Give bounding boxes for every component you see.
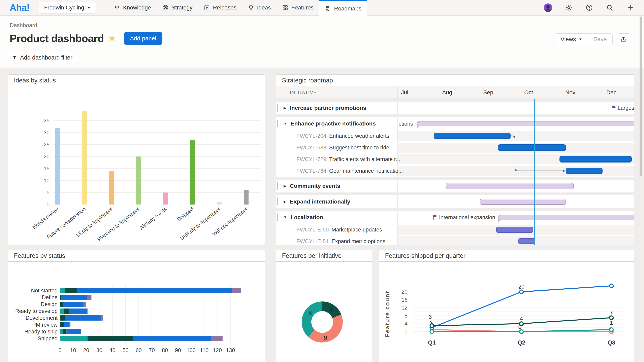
stack-segment[interactable] xyxy=(100,315,103,321)
add-panel-button[interactable]: Add panel xyxy=(124,32,162,45)
gantt-initiative-row[interactable]: ▶Community events xyxy=(284,180,340,192)
gantt-feature-row[interactable]: FWCYL-E-51Expand metric options xyxy=(296,236,386,245)
data-point[interactable] xyxy=(430,330,434,334)
settings-button[interactable] xyxy=(565,3,573,12)
user-avatar[interactable] xyxy=(544,3,552,12)
data-point[interactable] xyxy=(430,324,434,328)
gantt-bar-FWCYL-764[interactable] xyxy=(566,168,602,174)
bar-shipped[interactable] xyxy=(190,140,194,205)
stack-segment[interactable] xyxy=(60,309,64,314)
stack-segment[interactable] xyxy=(211,336,222,341)
stack-segment[interactable] xyxy=(60,288,65,293)
stack-segment[interactable] xyxy=(65,315,100,321)
workspace-switcher[interactable]: Fredwin Cycling xyxy=(39,2,96,13)
stack-segment[interactable] xyxy=(62,295,88,300)
gantt-feature-row[interactable]: FWCYL-729Traffic alerts with alternate r… xyxy=(296,153,400,165)
stack-segment[interactable] xyxy=(60,315,65,321)
bar-will-not-implement[interactable] xyxy=(244,190,248,205)
stack-segment[interactable] xyxy=(232,288,241,293)
stack-segment[interactable] xyxy=(60,329,62,334)
gantt-feature-row[interactable]: FWCYL-638Suggest best time to ride xyxy=(296,142,389,153)
stack-segment[interactable] xyxy=(69,322,71,328)
gantt-initiative-bar[interactable] xyxy=(446,183,574,189)
chart-label: 3 xyxy=(429,314,432,320)
views-button[interactable]: Views xyxy=(555,33,588,45)
milestone-flag-icon[interactable] xyxy=(432,214,438,220)
data-point[interactable] xyxy=(520,290,523,294)
nav-item-knowledge[interactable]: Knowledge xyxy=(108,0,156,15)
save-button[interactable]: Save xyxy=(588,33,612,45)
caret-expanded-icon[interactable]: ▼ xyxy=(284,122,287,126)
gantt-phase-bar[interactable] xyxy=(417,121,634,126)
gantt-feature-row[interactable]: FWCYL-E-50Marketplace updates xyxy=(296,224,382,236)
nav-item-roadmaps[interactable]: Roadmaps xyxy=(319,0,367,16)
stack-segment[interactable] xyxy=(60,302,62,307)
gantt-bar-FWCYL-E-50[interactable] xyxy=(496,227,533,233)
panel-features-per-initiative: Features per initiative 498 xyxy=(276,250,372,362)
create-button[interactable] xyxy=(626,3,634,12)
donut-slice[interactable] xyxy=(302,302,322,337)
gantt-bar-FWCYL-729[interactable] xyxy=(560,156,632,162)
gantt-bar-FWCYL-E-51[interactable] xyxy=(518,238,535,244)
stack-segment[interactable] xyxy=(134,336,211,341)
gantt-month-gridline xyxy=(480,99,480,245)
bar-planning-to-implement[interactable] xyxy=(136,156,141,205)
gantt-feature-row[interactable]: FWCYL-204Enhanced weather alerts xyxy=(296,130,389,142)
data-point[interactable] xyxy=(520,322,523,325)
chart-label: 30 xyxy=(96,347,102,353)
stack-segment[interactable] xyxy=(88,336,134,341)
gear-icon xyxy=(565,4,572,11)
aha-logo[interactable]: Aha! xyxy=(10,2,30,13)
gantt-initiative-row[interactable]: ▼Localization xyxy=(284,211,323,224)
stack-segment[interactable] xyxy=(64,322,69,328)
nav-item-releases[interactable]: Releases xyxy=(198,0,242,15)
stack-segment[interactable] xyxy=(66,329,81,334)
gantt-initiative-row[interactable]: ▼Enhance proactive notifications xyxy=(284,117,376,130)
help-button[interactable] xyxy=(585,3,593,12)
stack-segment[interactable] xyxy=(64,309,69,314)
stack-segment[interactable] xyxy=(62,302,84,307)
add-dashboard-filter-button[interactable]: Add dashboard filter xyxy=(7,52,78,63)
bar-needs-review[interactable] xyxy=(55,128,60,205)
data-point[interactable] xyxy=(610,284,613,288)
gantt-bar-FWCYL-638[interactable] xyxy=(498,144,566,151)
milestone-flag-icon[interactable] xyxy=(611,105,616,111)
data-point[interactable] xyxy=(610,328,613,332)
flag-pennant xyxy=(612,106,616,108)
stack-segment[interactable] xyxy=(60,322,64,328)
nav-item-strategy[interactable]: Strategy xyxy=(156,0,198,15)
nav-item-features[interactable]: Features xyxy=(276,0,319,15)
stack-segment[interactable] xyxy=(69,309,88,314)
caret-expanded-icon[interactable]: ▼ xyxy=(284,215,287,219)
gantt-bar-FWCYL-204[interactable] xyxy=(434,133,510,139)
stack-segment[interactable] xyxy=(65,288,77,293)
bar-future-consideration[interactable] xyxy=(82,111,87,205)
share-button[interactable] xyxy=(617,33,630,45)
caret-collapsed-icon[interactable]: ▶ xyxy=(284,106,286,110)
stack-segment[interactable] xyxy=(60,336,88,341)
gantt-feature-row[interactable]: FWCYL-764Gear maintenance notificatio... xyxy=(296,165,403,177)
favorite-star-icon[interactable]: ★ xyxy=(108,34,116,43)
bar-already-exists[interactable] xyxy=(163,192,168,205)
data-point[interactable] xyxy=(520,330,523,334)
views-save-group: Views Save xyxy=(555,33,612,45)
breadcrumb[interactable]: Dashboard xyxy=(10,22,37,28)
caret-collapsed-icon[interactable]: ▶ xyxy=(284,200,286,204)
gantt-initiative-row[interactable]: ▶Expand internationally xyxy=(284,195,350,208)
gantt-initiative-row[interactable]: ▶Increase partner promotions xyxy=(284,102,366,114)
stack-segment[interactable] xyxy=(60,295,62,300)
caret-collapsed-icon[interactable]: ▶ xyxy=(284,184,286,188)
page-scrollbar-thumb[interactable] xyxy=(640,16,642,176)
stack-segment[interactable] xyxy=(84,302,86,307)
releases-icon xyxy=(204,4,210,11)
stack-segment[interactable] xyxy=(88,295,92,300)
gantt-phase-bar[interactable] xyxy=(498,215,634,220)
stack-segment[interactable] xyxy=(77,288,232,293)
nav-item-ideas[interactable]: Ideas xyxy=(242,0,276,15)
search-button[interactable] xyxy=(606,3,614,12)
stack-segment[interactable] xyxy=(62,329,66,334)
bar-likely-to-implement[interactable] xyxy=(109,171,114,205)
bar-unlikely-to-implement[interactable] xyxy=(217,202,222,205)
gantt-initiative-bar[interactable] xyxy=(480,199,566,205)
data-point[interactable] xyxy=(610,316,613,320)
